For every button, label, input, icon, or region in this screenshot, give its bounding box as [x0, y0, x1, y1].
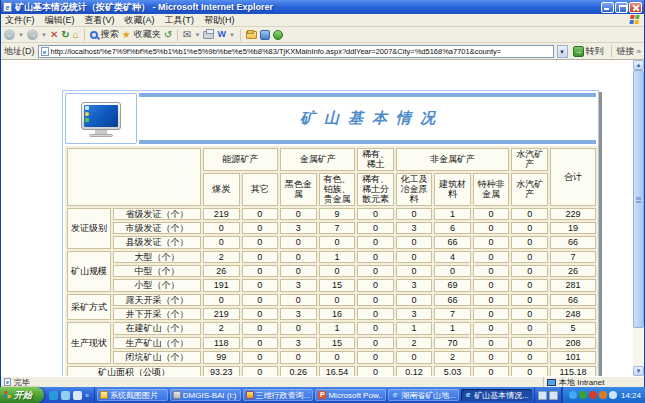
table-cell: 0 [473, 251, 510, 263]
table-cell: 2 [434, 351, 471, 363]
mail-dropdown-icon[interactable]: ▼ [194, 32, 200, 38]
table-cell: 69 [434, 279, 471, 291]
back-dropdown-icon[interactable]: ▼ [18, 32, 24, 38]
discussion-button[interactable] [260, 30, 270, 40]
hide-tray-icons-icon[interactable] [569, 391, 577, 399]
menu-item[interactable]: 文件(F) [5, 14, 35, 27]
table-cell: 0 [242, 208, 279, 220]
window-title: 矿山基本情况统计（按矿类矿种） - Microsoft Internet Exp… [15, 1, 600, 14]
close-button[interactable] [629, 2, 642, 13]
go-button[interactable]: → 转到 [571, 45, 606, 58]
table-cell: 0 [242, 222, 279, 234]
favorites-star-icon[interactable]: ★ [122, 29, 131, 40]
vertical-scrollbar[interactable]: ▲ ▼ [633, 60, 644, 376]
network-tray-icon[interactable] [609, 391, 617, 399]
table-cell: 0 [242, 337, 279, 349]
favorites-button[interactable]: 收藏夹 [134, 28, 161, 41]
menu-item[interactable]: 编辑(E) [45, 14, 75, 27]
address-dropdown-button[interactable]: ▼ [557, 45, 568, 58]
panel-header: 矿山基本情况 [63, 91, 598, 146]
edit-dropdown-icon[interactable]: ▼ [229, 32, 235, 38]
table-cell: 0 [473, 308, 510, 320]
scanner-tray-icon[interactable] [599, 391, 607, 399]
taskbar-task[interactable]: e湖南省矿山地... [388, 389, 459, 401]
start-button[interactable]: 开始 [0, 387, 44, 403]
row-group-label: 发证级别 [67, 208, 111, 249]
quicklaunch-desktop-icon[interactable] [73, 391, 82, 400]
taskbar-task[interactable]: DMGIS-BAI (I:) [170, 389, 241, 401]
forward-dropdown-icon[interactable]: ▼ [41, 32, 47, 38]
address-input[interactable]: e http://localhost/%e7%9f%bf%e5%b1%b1%e5… [38, 45, 554, 58]
mail-button[interactable]: ✉ [183, 29, 191, 40]
quicklaunch-app-icon[interactable] [49, 391, 58, 400]
row-label: 在建矿山（个） [113, 322, 201, 334]
restore-button[interactable] [615, 2, 628, 13]
print-button[interactable] [203, 31, 214, 39]
table-cell: 0 [473, 208, 510, 220]
table-cell: 0 [319, 236, 356, 248]
table-cell: 0 [396, 208, 433, 220]
taskbar-task-label: DMGIS-BAI (I:) [183, 391, 237, 400]
toolbar-options-icon[interactable] [549, 391, 558, 400]
toolbar-separator [84, 29, 85, 41]
table-cell: 0 [396, 251, 433, 263]
table-cell: 0 [357, 351, 394, 363]
scroll-down-button[interactable]: ▼ [633, 366, 644, 376]
minimize-button[interactable] [601, 2, 614, 13]
taskbar-task-label: 湖南省矿山地... [401, 390, 456, 401]
table-cell: 9 [319, 208, 356, 220]
table-cell: 6 [434, 222, 471, 234]
language-icon[interactable] [538, 391, 547, 400]
table-row: 矿山规模大型（个）2001004007 [67, 251, 596, 263]
scroll-up-button[interactable]: ▲ [633, 60, 644, 70]
table-cell: 0 [511, 351, 548, 363]
table-cell: 0 [280, 265, 317, 277]
folders-button[interactable] [246, 31, 257, 39]
search-button[interactable]: 搜索 [101, 28, 119, 41]
stop-button[interactable]: ✕ [50, 29, 58, 40]
taskbar-task[interactable]: e矿山基本情况... [461, 389, 532, 401]
menu-item[interactable]: 帮助(H) [204, 14, 235, 27]
table-cell: 0 [242, 322, 279, 334]
table-cell: 16.54 [319, 366, 356, 377]
taskbar-task[interactable]: 系统截图图片 [97, 389, 168, 401]
antivirus-tray-icon[interactable] [579, 391, 587, 399]
status-bar: e 完毕 本地 Intranet [1, 376, 644, 387]
table-cell: 0 [511, 308, 548, 320]
home-button[interactable]: ⌂ [73, 29, 79, 40]
back-button[interactable]: ← [4, 29, 15, 40]
address-label: 地址(D) [4, 45, 35, 58]
menu-item[interactable]: 工具(T) [165, 14, 195, 27]
taskbar-task[interactable]: 三维行政查询... [243, 389, 314, 401]
refresh-button[interactable]: ↻ [61, 29, 69, 40]
table-cell: 0 [203, 222, 240, 234]
menu-item[interactable]: 查看(V) [85, 14, 115, 27]
table-cell: 3 [280, 308, 317, 320]
quicklaunch-chevron-icon[interactable]: » [85, 392, 89, 399]
table-cell: 0 [242, 351, 279, 363]
search-icon[interactable] [90, 31, 98, 39]
quicklaunch-ie-icon[interactable] [61, 391, 70, 400]
scrollbar-thumb[interactable] [633, 70, 644, 328]
language-bar[interactable] [534, 387, 561, 403]
title-bar[interactable]: e 矿山基本情况统计（按矿类矿种） - Microsoft Internet E… [1, 0, 644, 14]
table-cell: 0 [511, 236, 548, 248]
taskbar-task[interactable]: PMicrosoft Pow... [315, 389, 386, 401]
table-cell: 0 [319, 294, 356, 306]
column-group-header: 金属矿产 [280, 148, 355, 171]
table-cell: 3 [396, 308, 433, 320]
messenger-button[interactable] [273, 30, 283, 40]
table-cell: 0 [280, 351, 317, 363]
table-cell: 99 [203, 351, 240, 363]
history-button[interactable]: ↺ [164, 29, 172, 40]
alert-tray-icon[interactable] [589, 391, 597, 399]
table-cell: 0 [242, 279, 279, 291]
table-cell: 7 [550, 251, 596, 263]
table-cell: 0.26 [280, 366, 317, 377]
ie-icon: e [464, 391, 472, 399]
links-button[interactable]: 链接 » [617, 45, 641, 58]
menu-item[interactable]: 收藏(A) [125, 14, 155, 27]
table-cell: 0 [434, 265, 471, 277]
edit-button[interactable]: W [217, 29, 226, 40]
forward-button[interactable]: → [27, 29, 38, 40]
